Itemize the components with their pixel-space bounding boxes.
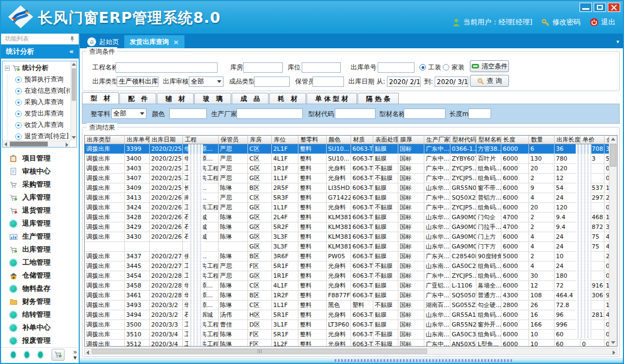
- product-type-input[interactable]: [254, 76, 290, 87]
- sidebar-group-item[interactable]: 审核中心: [2, 165, 77, 178]
- material-tab[interactable]: 配 件: [119, 93, 156, 104]
- scroll-up-icon[interactable]: [611, 138, 615, 141]
- scrollbar-thumb[interactable]: [72, 68, 76, 101]
- sidebar-group-item[interactable]: 结转管理: [2, 308, 77, 321]
- scrollbar-thumb[interactable]: [10, 142, 48, 146]
- sidebar-group-item[interactable]: 补单中心: [2, 321, 77, 334]
- tab-shipment-query[interactable]: 发货出库查询 ×: [124, 35, 184, 48]
- maximize-button[interactable]: [594, 3, 606, 12]
- column-header[interactable]: 出库日期: [149, 136, 182, 144]
- part-select[interactable]: 全部: [111, 108, 147, 119]
- table-row[interactable]: 调拨出库34542020/2/28工共工程严思G区1R1F整料光身料6063-T…: [85, 271, 614, 281]
- tab-close-icon[interactable]: ×: [173, 38, 179, 46]
- collapsed-module-icon[interactable]: [38, 352, 43, 358]
- sidebar-group-item[interactable]: 项目管理: [2, 152, 77, 165]
- column-header[interactable]: 保管员: [218, 136, 247, 144]
- table-row[interactable]: 调拨出库34282020/2/26石城陈琳G区2L4F整料KLM38176063…: [85, 213, 614, 222]
- pin-icon[interactable]: [69, 36, 75, 42]
- grid-vertical-scrollbar[interactable]: [609, 136, 617, 346]
- table-row[interactable]: 调拨出库34132020/2/26南...严思C区5R3F整料G71422606…: [85, 193, 614, 203]
- column-header[interactable]: 长度: [501, 136, 529, 144]
- profile-code-input[interactable]: [335, 108, 375, 119]
- sidebar-group-item[interactable]: 退货管理: [2, 204, 77, 217]
- keeper-input[interactable]: [313, 76, 344, 87]
- date-from-picker[interactable]: 2020/ 2/16: [387, 76, 421, 87]
- tree-item[interactable]: 退货查询[待定]: [7, 131, 70, 141]
- tree-vertical-scrollbar[interactable]: [71, 61, 77, 141]
- column-header[interactable]: 型材代码: [450, 136, 476, 144]
- sidebar-group-item[interactable]: 退库管理: [2, 217, 77, 230]
- scroll-left-icon[interactable]: [86, 350, 89, 355]
- column-header[interactable]: 整零料: [298, 136, 326, 144]
- table-row[interactable]: 调拨出库34002020/2/25华原...严思C区4L1F整料SU10...6…: [85, 154, 614, 164]
- profile-name-input[interactable]: [404, 108, 445, 119]
- collapsed-module-icon[interactable]: [24, 352, 29, 358]
- column-header[interactable]: 数量: [529, 136, 554, 144]
- column-header[interactable]: 型材名称: [476, 136, 501, 144]
- table-row[interactable]: 调拨出库34242020/2/26工共工程严思G区1L1F整料光身料6063-T…: [85, 203, 614, 213]
- table-row[interactable]: 调拨出库34292020/2/26石城陈琳G区5R2F整料KLM38176063…: [85, 222, 614, 232]
- minimize-button[interactable]: [580, 3, 592, 12]
- clear-conditions-button[interactable]: 清空条件: [470, 60, 509, 72]
- project-name-input[interactable]: [116, 62, 218, 73]
- maker-input[interactable]: [237, 108, 303, 119]
- tree-horizontal-scrollbar[interactable]: [3, 141, 70, 147]
- color-input[interactable]: [169, 108, 207, 119]
- sidebar-group-item[interactable]: 采购管理: [2, 178, 77, 191]
- out-type-select[interactable]: 生产领料出库: [117, 76, 158, 87]
- sidebar-group-item[interactable]: 仓储管理: [2, 269, 77, 282]
- scroll-left-icon[interactable]: [4, 142, 7, 146]
- material-tab[interactable]: 耗 材: [269, 93, 306, 104]
- scrollbar-thumb[interactable]: [610, 144, 616, 167]
- grid-horizontal-scrollbar[interactable]: [84, 348, 617, 355]
- table-row[interactable]: 调拨出库34302020/2/26石城陈琳G区3L3F整料KLM38176063…: [85, 232, 614, 242]
- scroll-right-icon[interactable]: [66, 143, 68, 147]
- audit-select[interactable]: 全部: [189, 76, 224, 87]
- date-to-picker[interactable]: 2020/ 3/16: [435, 76, 468, 87]
- table-row[interactable]: 调拨出库34032020/2/25工共工程严思G区1R1F整料光身料6063-T…: [85, 164, 614, 174]
- column-header[interactable]: 单价: [580, 136, 604, 144]
- material-tab[interactable]: 隔 热 条: [358, 93, 399, 104]
- material-tab[interactable]: 玻 璃: [194, 93, 231, 104]
- column-header[interactable]: 出库类型: [85, 136, 124, 144]
- collapsed-module-icon[interactable]: [11, 352, 16, 358]
- radio-jiazhuang[interactable]: [443, 64, 449, 71]
- tree-root[interactable]: 统计分析: [4, 62, 70, 74]
- table-row[interactable]: 调拨出库34372020/2/27佛...陈琳B区3R6F整料PW056063-…: [85, 252, 614, 261]
- change-password-button[interactable]: 修改密码: [542, 17, 581, 27]
- material-tab[interactable]: 单 体 型 材: [307, 93, 357, 104]
- tree-item[interactable]: 采购入库查询: [7, 97, 70, 108]
- column-header[interactable]: 材质: [351, 136, 373, 144]
- material-tab[interactable]: 成 品: [232, 93, 269, 104]
- scroll-down-icon[interactable]: [72, 136, 76, 139]
- scroll-up-icon[interactable]: [72, 63, 76, 66]
- close-button[interactable]: [608, 3, 620, 12]
- table-row[interactable]: 调拨出库33992020/2/25华原...严思C区2L1F整料SU10...6…: [85, 144, 614, 154]
- table-row[interactable]: 调拨出库34612020/2/28华原...陈琳B区1R2F整料F8877FT6…: [85, 291, 614, 301]
- table-row[interactable]: 调拨出库34452020/2/27工共工程严思F区5R1F整料光身料6063-T…: [85, 261, 614, 271]
- scrollbar-thumb[interactable]: [92, 349, 427, 354]
- table-row[interactable]: 调拨出库35102020/3/4工共工程陈琳F区5R1F整料光身料6063-T5…: [85, 330, 614, 340]
- length-input[interactable]: [468, 108, 491, 119]
- sidebar-group-item[interactable]: 物料盘存: [2, 282, 77, 295]
- table-row[interactable]: 调拨出库34582020/2/28华原...陈琳C区4L1F整料光身料6063-…: [85, 281, 614, 291]
- sidebar-group-item[interactable]: 工地管理: [2, 256, 77, 269]
- column-header[interactable]: 出库单号: [124, 136, 149, 144]
- table-row[interactable]: G区3L3F整料KLM38176063-T5贴膜国标山东华...GA90M09.…: [85, 242, 614, 252]
- scroll-right-icon[interactable]: [613, 350, 615, 355]
- logout-button[interactable]: 退出: [590, 17, 615, 27]
- tree-item[interactable]: 在途信息查询[待: [7, 85, 70, 97]
- sidebar-group-item[interactable]: 生产管理: [2, 230, 77, 243]
- column-header[interactable]: 膜厚: [398, 136, 424, 144]
- table-row[interactable]: 调拨出库34072020/2/25工共工程严思G区1L1F整料光身料6063-T…: [85, 174, 614, 183]
- column-header[interactable]: 工程: [182, 136, 218, 144]
- column-header[interactable]: 库位: [271, 136, 298, 144]
- material-tab[interactable]: 型 材: [82, 92, 119, 104]
- table-row[interactable]: 调拨出库34932020/3/2华原...陈琳C区1L1F整料黑色塑料不贴膜国标…: [85, 301, 614, 310]
- tab-home[interactable]: ⌂ 起始页: [82, 35, 124, 48]
- column-header[interactable]: 颜色: [326, 136, 351, 144]
- column-header[interactable]: 出库长度: [554, 136, 580, 144]
- tab-list-dropdown-icon[interactable]: ▾: [616, 39, 619, 44]
- table-row[interactable]: 调拨出库34942020/3/2石辉城汤伟H区5R1F整料光身料6063-T5贴…: [85, 310, 614, 320]
- table-row[interactable]: 调拨出库35122020/3/4工共工程陈琳F区1L2F整料光身料6063-T5…: [85, 340, 614, 347]
